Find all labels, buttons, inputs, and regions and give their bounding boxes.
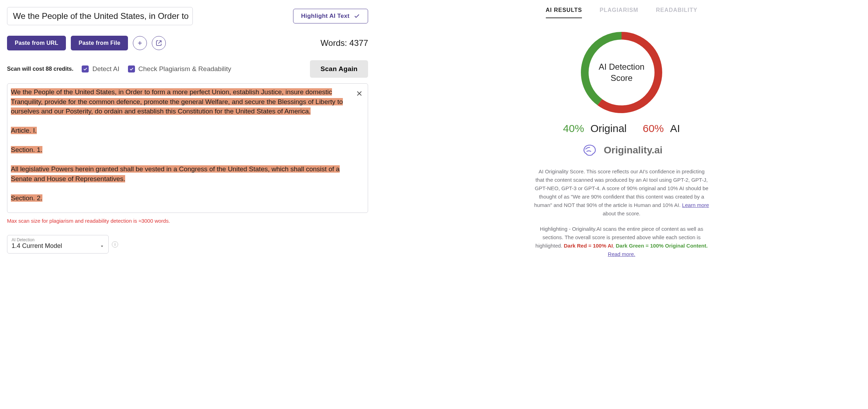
clear-text-button[interactable] (356, 90, 363, 100)
plus-icon (137, 40, 143, 46)
highlighting-description: Highlighting - Originality.AI scans the … (534, 225, 709, 258)
credit-cost-label: Scan will cost 88 credits. (7, 66, 73, 72)
brand-logo: Originality.ai (581, 143, 663, 158)
detect-ai-label: Detect AI (92, 65, 119, 73)
check-plagiarism-option[interactable]: Check Plagiarism & Readability (128, 65, 231, 73)
original-percent: 40% (563, 123, 584, 134)
content-textarea[interactable]: We the People of the United States, in O… (7, 83, 368, 213)
highlighted-paragraph: We the People of the United States, in O… (11, 87, 354, 116)
max-scan-warning: Max scan size for plagiarism and readabi… (7, 218, 368, 224)
ai-detection-donut: AI Detection Score (578, 29, 665, 116)
brand-name: Originality.ai (604, 145, 663, 156)
original-label: Original (590, 123, 626, 134)
detect-ai-option[interactable]: Detect AI (82, 65, 119, 73)
donut-center-line2: Score (611, 72, 633, 84)
check-plagiarism-checkbox[interactable] (128, 65, 135, 72)
ai-percent: 60% (643, 123, 664, 134)
result-tabs: AI RESULTS PLAGIARISM READABILITY (546, 7, 698, 18)
ai-label: AI (670, 123, 680, 134)
score-description: AI Originality Score. This score reflect… (534, 167, 709, 218)
highlight-ai-text-label: Highlight AI Text (301, 13, 350, 20)
tab-readability[interactable]: READABILITY (656, 7, 698, 18)
score-line: 40% Original 60% AI (563, 123, 680, 134)
check-icon (129, 67, 134, 71)
donut-center-line1: AI Detection (599, 61, 645, 72)
check-icon (83, 67, 88, 71)
export-button[interactable] (152, 36, 166, 50)
chevron-down-icon (100, 244, 104, 248)
ai-detection-model-select[interactable]: AI Detection 1.4 Current Model i (7, 235, 109, 254)
close-icon (356, 90, 363, 97)
detect-ai-checkbox[interactable] (82, 65, 89, 72)
learn-more-link[interactable]: Learn more (682, 202, 709, 208)
highlighted-paragraph: Section. 2. (11, 193, 354, 203)
check-plagiarism-label: Check Plagiarism & Readability (138, 65, 231, 73)
highlighted-paragraph: All legislative Powers herein granted sh… (11, 164, 354, 183)
legend-green: Dark Green = 100% Original Content. (616, 243, 708, 249)
word-count: Words: 4377 (320, 38, 368, 48)
info-icon[interactable]: i (112, 241, 118, 248)
highlighted-paragraph: Section. 1. (11, 145, 354, 155)
paste-from-url-button[interactable]: Paste from URL (7, 36, 66, 50)
check-icon (354, 13, 360, 19)
tab-plagiarism[interactable]: PLAGIARISM (599, 7, 638, 18)
read-more-link[interactable]: Read more. (608, 251, 635, 257)
highlight-ai-text-button[interactable]: Highlight AI Text (293, 9, 368, 23)
tab-ai-results[interactable]: AI RESULTS (546, 7, 582, 18)
model-select-value: 1.4 Current Model (12, 242, 62, 250)
svg-marker-4 (101, 245, 103, 247)
add-button[interactable] (133, 36, 147, 50)
brain-icon (581, 143, 599, 158)
highlighted-paragraph: Article. I. (11, 126, 354, 136)
model-select-label: AI Detection (12, 237, 104, 242)
title-input[interactable]: We the People of the United States, in O… (7, 7, 193, 25)
export-icon (156, 40, 162, 46)
legend-red: Dark Red = 100% AI (564, 243, 613, 249)
scan-again-button[interactable]: Scan Again (310, 60, 368, 78)
paste-from-file-button[interactable]: Paste from File (71, 36, 128, 50)
